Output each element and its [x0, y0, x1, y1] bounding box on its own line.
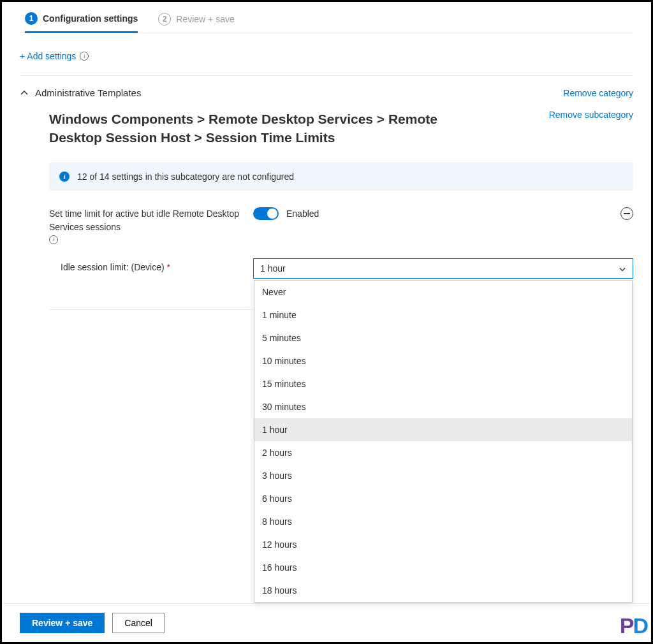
dropdown-option[interactable]: 12 hours: [254, 533, 632, 556]
setting-label: Set time limit for active but idle Remot…: [49, 207, 240, 234]
field-label: Idle session limit: (Device): [61, 262, 165, 272]
setting-row-idle-limit-toggle: Set time limit for active but idle Remot…: [49, 207, 633, 244]
category-title: Administrative Templates: [35, 87, 141, 98]
watermark: PD: [620, 613, 647, 638]
dropdown-option[interactable]: 1 hour: [254, 418, 632, 441]
info-solid-icon: i: [59, 172, 70, 182]
remove-category-link[interactable]: Remove category: [563, 88, 633, 98]
dropdown-option[interactable]: 18 hours: [254, 579, 632, 602]
step-number-2: 2: [158, 13, 171, 26]
dropdown-option[interactable]: 6 hours: [254, 487, 632, 510]
chevron-up-icon[interactable]: [20, 89, 29, 98]
step-number-1: 1: [25, 12, 38, 25]
review-save-button[interactable]: Review + save: [20, 613, 105, 633]
info-banner-text: 12 of 14 settings in this subcategory ar…: [77, 172, 294, 182]
toggle-state-label: Enabled: [286, 209, 319, 219]
add-settings-link[interactable]: + Add settings i: [20, 51, 633, 61]
category-header: Administrative Templates Remove category: [20, 87, 633, 98]
required-marker: *: [167, 262, 170, 272]
step-label-2: Review + save: [176, 14, 234, 24]
dropdown-option[interactable]: 8 hours: [254, 510, 632, 533]
dropdown-option[interactable]: 15 minutes: [254, 372, 632, 395]
info-banner: i 12 of 14 settings in this subcategory …: [49, 163, 633, 191]
collapse-icon[interactable]: [620, 207, 633, 220]
subcategory-breadcrumb: Windows Components > Remote Desktop Serv…: [49, 110, 457, 147]
dropdown-option[interactable]: 10 minutes: [254, 349, 632, 372]
remove-subcategory-link[interactable]: Remove subcategory: [549, 110, 633, 120]
idle-session-limit-field: Idle session limit: (Device) * 1 hour Ne…: [49, 258, 633, 279]
subcategory-header: Windows Components > Remote Desktop Serv…: [49, 110, 633, 147]
idle-session-limit-select[interactable]: 1 hour Never1 minute5 minutes10 minutes1…: [253, 258, 633, 279]
wizard-steps: 1 Configuration settings 2 Review + save: [20, 2, 633, 33]
enabled-toggle[interactable]: [253, 207, 279, 220]
info-icon[interactable]: i: [49, 235, 58, 244]
dropdown-option[interactable]: 16 hours: [254, 556, 632, 579]
select-value: 1 hour: [260, 263, 286, 274]
step-configuration-settings[interactable]: 1 Configuration settings: [25, 8, 138, 33]
cancel-button[interactable]: Cancel: [112, 613, 165, 633]
dropdown-option[interactable]: 3 hours: [254, 464, 632, 487]
dropdown-option[interactable]: 5 minutes: [254, 326, 632, 349]
add-settings-label: + Add settings: [20, 51, 76, 61]
info-icon[interactable]: i: [80, 52, 89, 61]
idle-session-limit-dropdown[interactable]: Never1 minute5 minutes10 minutes15 minut…: [254, 280, 633, 603]
step-label-1: Configuration settings: [43, 13, 138, 24]
dropdown-option[interactable]: 2 hours: [254, 441, 632, 464]
dropdown-option[interactable]: 30 minutes: [254, 395, 632, 418]
dropdown-option[interactable]: Never: [254, 281, 632, 304]
step-review-save[interactable]: 2 Review + save: [158, 8, 234, 33]
chevron-down-icon: [619, 265, 626, 272]
dropdown-option[interactable]: 1 minute: [254, 304, 632, 326]
footer-actions: Review + save Cancel: [2, 603, 651, 642]
